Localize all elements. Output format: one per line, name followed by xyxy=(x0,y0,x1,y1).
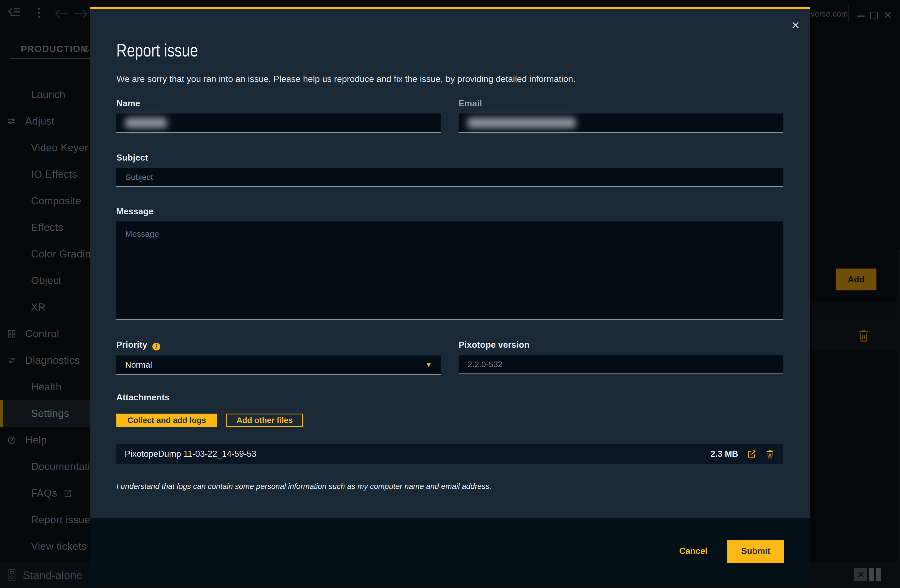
subject-placeholder: Subject xyxy=(125,172,153,182)
logs-disclaimer: I understand that logs can contain some … xyxy=(116,482,783,491)
attachment-size: 2.3 MB xyxy=(711,449,738,459)
subject-label: Subject xyxy=(116,153,783,163)
open-external-icon[interactable] xyxy=(747,449,756,459)
add-other-files-button[interactable]: Add other files xyxy=(227,413,303,427)
priority-select[interactable]: Normal ▼ xyxy=(116,356,441,375)
email-label: Email xyxy=(459,99,783,108)
message-input[interactable]: Message xyxy=(116,221,783,320)
email-value-redacted xyxy=(467,118,576,128)
message-label: Message xyxy=(116,207,783,217)
dropdown-caret-icon: ▼ xyxy=(425,361,432,369)
info-icon[interactable]: i xyxy=(152,343,160,350)
version-input[interactable]: 2.2.0-532 xyxy=(459,355,783,374)
dialog-description: We are sorry that you ran into an issue.… xyxy=(116,74,783,84)
attachment-row: PixotopeDump 11-03-22_14-59-53 2.3 MB xyxy=(116,444,783,464)
priority-value: Normal xyxy=(125,360,152,370)
version-value: 2.2.0-532 xyxy=(467,360,503,369)
name-value-redacted xyxy=(125,118,167,128)
name-input[interactable] xyxy=(116,113,441,133)
screen: verse.com ✕ PRODUCTION Ct LaunchAdjustVi… xyxy=(0,0,900,588)
attachments-label: Attachments xyxy=(116,393,783,402)
dialog-body: Report issue We are sorry that you ran i… xyxy=(90,9,810,491)
close-dialog-icon[interactable]: ✕ xyxy=(791,20,800,31)
submit-button[interactable]: Submit xyxy=(727,540,784,563)
email-input[interactable] xyxy=(459,113,783,133)
cancel-button[interactable]: Cancel xyxy=(679,546,708,556)
priority-label: Priorityi xyxy=(116,340,441,350)
message-placeholder: Message xyxy=(125,229,159,238)
attachment-name: PixotopeDump 11-03-22_14-59-53 xyxy=(125,449,256,459)
version-label: Pixotope version xyxy=(459,340,783,350)
report-issue-dialog: ✕ Report issue We are sorry that you ran… xyxy=(90,7,810,584)
name-label: Name xyxy=(116,99,441,108)
modal-accent-bar xyxy=(90,7,810,9)
collect-logs-button[interactable]: Collect and add logs xyxy=(116,413,217,427)
dialog-title: Report issue xyxy=(116,40,663,60)
delete-attachment-icon[interactable] xyxy=(765,449,775,459)
subject-input[interactable]: Subject xyxy=(116,168,783,187)
dialog-footer: Cancel Submit xyxy=(90,518,810,584)
